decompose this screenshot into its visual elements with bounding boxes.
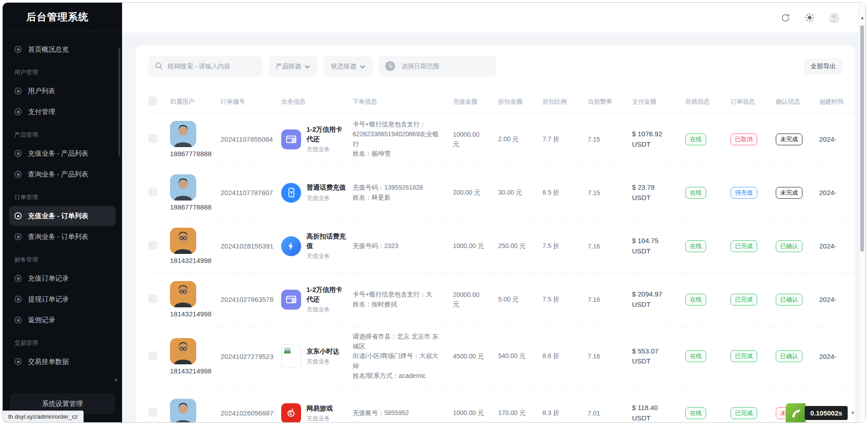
order-number: 20241107787607	[221, 189, 281, 196]
sidebar-item[interactable]: 提现订单记录	[9, 289, 116, 309]
row-checkbox[interactable]	[148, 351, 157, 360]
current-rate: 7.15	[588, 189, 632, 196]
status-cell: 在线	[685, 407, 731, 419]
user-avatar	[170, 121, 196, 147]
online-status-badge: 在线	[685, 294, 706, 306]
recharge-amount: 4500.00 元	[453, 352, 498, 361]
order-status-badge: 已完成	[731, 294, 757, 306]
content-area: 模糊搜索 - 请输入内容 产品筛选 状态筛选 选择日期范围 全部导出	[122, 33, 865, 423]
refresh-icon[interactable]	[779, 12, 791, 24]
owner-user-cell: 18143214998	[170, 228, 221, 264]
timer-chevron-down-icon[interactable]: ▼	[850, 410, 855, 415]
created-time: 2024-	[819, 353, 855, 360]
export-all-button[interactable]: 全部导出	[804, 58, 843, 75]
status-cell: 已确认	[776, 240, 819, 252]
row-checkbox[interactable]	[148, 187, 157, 196]
sidebar-item-label: 用户列表	[28, 87, 55, 96]
order-info-cell: 请选择省市县：北京 北京市 东城区街道/小区/商场门牌号：大叔大婶姓名/联系方式…	[353, 332, 453, 381]
order-info-line: 卡号+银行信息包含支行：6228233865194020869农业银行	[353, 119, 444, 149]
bullseye-icon	[14, 212, 22, 220]
status-cell: 已确认	[776, 294, 819, 306]
search-input[interactable]: 模糊搜索 - 请输入内容	[148, 56, 262, 77]
status-cell: 已完成	[731, 240, 776, 252]
current-rate: 7.16	[588, 353, 632, 360]
created-time: 2024-	[819, 296, 855, 303]
bullseye-icon	[14, 171, 22, 178]
vertical-scrollbar[interactable]: ▲	[859, 3, 865, 422]
bullseye-icon	[14, 316, 22, 324]
business-info-cell: 网易游戏充值业务	[281, 403, 353, 423]
order-status-badge: 待充值	[731, 187, 757, 199]
table-row: 18143214998202410278635781-2万信用卡代还充值业务卡号…	[148, 272, 855, 326]
brightness-icon[interactable]	[804, 12, 816, 24]
pay-amount: $ 1076.92	[632, 129, 685, 139]
row-checkbox-cell	[148, 187, 170, 198]
scrollbar-thumb[interactable]	[860, 25, 864, 252]
order-info-line: 姓名：按时擦拭	[353, 300, 444, 310]
sidebar-item[interactable]: 查询业务 - 订单列表	[9, 227, 116, 247]
business-type: 充值业务	[307, 252, 346, 260]
row-checkbox-cell	[148, 294, 170, 305]
column-header: 确认状态	[776, 98, 819, 106]
pay-amount: $ 118.40	[632, 403, 685, 413]
app-title: 后台管理系统	[3, 3, 122, 32]
business-text: 1-2万信用卡代还充值业务	[307, 285, 346, 314]
row-checkbox-cell	[148, 408, 170, 418]
sidebar-item[interactable]: 用户列表	[9, 81, 116, 101]
sidebar-item[interactable]: 充值业务 - 产品列表	[9, 143, 116, 163]
owner-user-cell: 18143214998	[170, 338, 221, 375]
user-avatar	[170, 228, 196, 254]
status-cell: 已完成	[731, 294, 776, 306]
page-timer-extension[interactable]: 0.105002s ▼	[786, 403, 855, 422]
sidebar-item[interactable]: 返佣记录	[9, 310, 116, 330]
sidebar-scrollbar-thumb[interactable]	[118, 48, 120, 157]
sidebar-section-label: 产品管理	[14, 131, 116, 139]
status-cell: 待充值	[731, 187, 776, 199]
date-range-picker[interactable]: 选择日期范围	[379, 56, 496, 77]
discount-amount: 5.00 元	[498, 296, 542, 304]
pay-amount-cell: $ 104.75USDT	[632, 236, 685, 256]
owner-user-cell: 18143214998	[170, 281, 221, 318]
bullseye-icon	[14, 275, 22, 282]
select-all-checkbox[interactable]	[148, 96, 157, 105]
sidebar-item-label: 支付管理	[28, 108, 55, 116]
status-cell: 在线	[685, 350, 731, 362]
column-header: 折扣金额	[498, 98, 542, 106]
sidebar-item[interactable]: 查询业务 - 产品列表	[9, 164, 116, 184]
current-rate: 7.15	[588, 136, 632, 143]
sidebar-item[interactable]: 充值订单记录	[9, 268, 116, 288]
scrollbar-up-arrow[interactable]: ▲	[860, 15, 864, 20]
business-info-cell: ¥普通话费充值充值业务	[281, 183, 353, 203]
sidebar-item[interactable]: 首页概况总览	[9, 39, 116, 59]
row-checkbox[interactable]	[148, 241, 157, 250]
product-filter-select[interactable]: 产品筛选	[269, 56, 317, 77]
order-info-line: 街道/小区/商场门牌号：大叔大婶	[353, 351, 444, 371]
business-text: 普通话费充值充值业务	[307, 183, 346, 202]
business-type: 充值业务	[307, 145, 346, 153]
owner-user-cell	[170, 399, 221, 423]
business-text: 高折扣话费充值充值业务	[307, 232, 346, 260]
business-info-cell: 高折扣话费充值充值业务	[281, 232, 353, 260]
image-placeholder-icon	[281, 344, 301, 368]
user-avatar	[170, 174, 196, 201]
business-type: 充值业务	[307, 358, 340, 366]
row-checkbox[interactable]	[148, 408, 157, 417]
discount-amount: 170.00 元	[498, 409, 542, 417]
topbar	[122, 3, 865, 33]
sidebar-item[interactable]: 交易挂单数据	[9, 352, 116, 372]
user-avatar-icon[interactable]	[828, 12, 840, 24]
pay-currency: USDT	[632, 193, 685, 203]
search-icon	[155, 62, 163, 72]
current-rate: 7.16	[588, 296, 632, 303]
sidebar-section-label: 订单管理	[14, 193, 116, 201]
table-row: 18867778888202411078550841-2万信用卡代还充值业务卡号…	[148, 112, 855, 166]
order-number: 20241027863578	[221, 296, 281, 303]
row-checkbox[interactable]	[148, 134, 157, 143]
status-filter-select[interactable]: 状态筛选	[324, 56, 373, 77]
sidebar-item[interactable]: 支付管理	[9, 102, 116, 122]
sidebar-item[interactable]: 充值业务 - 订单列表	[9, 206, 116, 226]
bullseye-icon	[14, 150, 22, 157]
status-cell: 在线	[685, 240, 731, 252]
row-checkbox[interactable]	[148, 294, 157, 303]
column-header: 订单状态	[731, 98, 776, 106]
